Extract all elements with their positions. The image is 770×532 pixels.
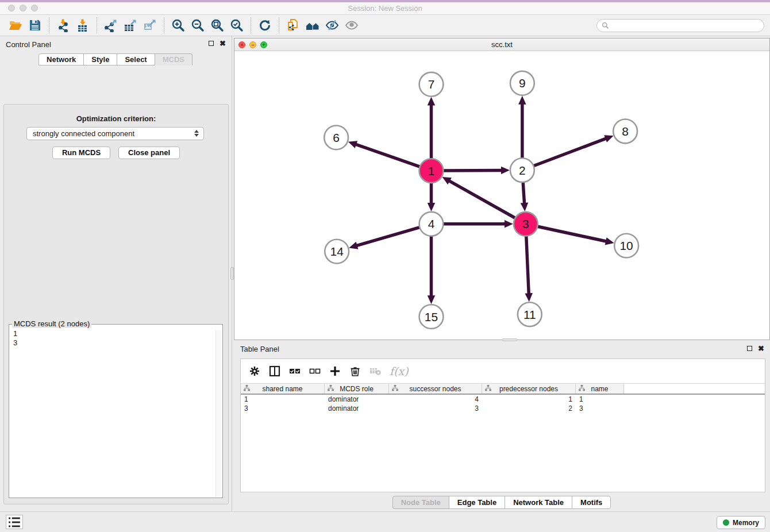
close-table-panel-icon[interactable]: ✖ (758, 345, 764, 352)
column-label: MCDS role (340, 385, 374, 393)
table-panel-title: Table Panel (240, 345, 279, 353)
table-cell[interactable]: dominator (325, 395, 389, 404)
table-cell[interactable]: 1 (482, 395, 576, 404)
node-label-11: 11 (523, 308, 536, 321)
mcds-result-values: 1 3 (9, 325, 222, 348)
node-label-7: 7 (428, 78, 435, 91)
export-table-icon[interactable] (121, 17, 140, 34)
task-history-button[interactable] (6, 515, 23, 529)
table-row[interactable]: 3dominator323 (241, 404, 765, 413)
graph-canvas[interactable]: 7968124314101511 (234, 51, 769, 340)
edge-3-11[interactable] (526, 235, 529, 295)
export-image-icon[interactable] (140, 17, 160, 34)
table-cell[interactable]: 2 (482, 404, 576, 413)
search-field[interactable] (596, 19, 764, 32)
tab-motifs[interactable]: Motifs (572, 496, 611, 509)
open-session-icon[interactable] (6, 17, 25, 34)
home-icon[interactable] (303, 17, 322, 34)
arrowhead-3-10 (605, 237, 614, 245)
deselect-all-icon[interactable] (307, 363, 323, 379)
table-cell[interactable]: dominator (325, 404, 389, 413)
node-label-3: 3 (522, 217, 529, 230)
titlebar-accent-strip (0, 0, 770, 2)
zoom-selected-icon[interactable] (227, 17, 247, 34)
toolbar-separator (279, 17, 279, 33)
search-input[interactable] (612, 21, 759, 29)
arrowhead-2-3 (521, 203, 529, 211)
node-label-15: 15 (425, 310, 438, 323)
result-scrollbar[interactable] (215, 330, 222, 497)
table-cell[interactable]: 3 (389, 404, 482, 413)
edge-2-3[interactable] (523, 181, 525, 205)
column-header-MCDS-role[interactable]: MCDS role (325, 384, 389, 394)
edge-3-10[interactable] (536, 226, 607, 242)
export-network-icon[interactable] (101, 17, 121, 34)
zoom-out-icon[interactable] (188, 17, 207, 34)
split-panel-icon[interactable] (267, 363, 283, 379)
status-bar: Memory (0, 511, 770, 532)
zoom-fit-icon[interactable] (207, 17, 227, 34)
show-details-icon[interactable] (342, 17, 361, 34)
import-table-icon[interactable] (73, 17, 93, 34)
copy-style-icon[interactable] (283, 17, 303, 34)
column-header-name[interactable]: name (576, 384, 624, 394)
arrowhead-1-6 (348, 141, 357, 148)
toolbar-separator (164, 17, 164, 33)
table-cell[interactable]: 1 (576, 395, 624, 404)
edge-1-6[interactable] (355, 144, 421, 167)
edge-2-8[interactable] (533, 138, 607, 166)
select-all-icon[interactable] (287, 363, 303, 379)
tab-select[interactable]: Select (117, 53, 155, 65)
session-title: Session: New Session (0, 4, 770, 13)
hide-details-icon[interactable] (322, 17, 342, 34)
delete-table-icon[interactable] (367, 363, 383, 379)
refresh-layout-icon[interactable] (255, 17, 275, 34)
main-toolbar (0, 15, 770, 36)
close-panel-button[interactable]: Close panel (118, 147, 180, 159)
network-file-title: scc.txt (234, 40, 769, 49)
edge-3-1[interactable] (448, 180, 516, 219)
table-cell[interactable]: 4 (389, 395, 482, 404)
tab-node-table[interactable]: Node Table (392, 496, 449, 509)
save-session-icon[interactable] (25, 17, 45, 34)
delete-column-icon[interactable] (347, 363, 363, 379)
arrowhead-4-15 (428, 295, 436, 304)
tab-edge-table[interactable]: Edge Table (449, 496, 505, 509)
add-column-icon[interactable] (327, 363, 343, 379)
float-table-panel-icon[interactable] (747, 346, 752, 351)
tab-style[interactable]: Style (83, 53, 117, 65)
column-header-successor-nodes[interactable]: successor nodes (389, 384, 482, 394)
table-cell[interactable]: 3 (576, 404, 624, 413)
search-icon (602, 22, 609, 29)
dropdown-stepper-icon (194, 130, 199, 137)
arrowhead-4-14 (349, 242, 358, 249)
edge-1-2[interactable] (442, 170, 503, 171)
column-label: predecessor nodes (499, 385, 558, 393)
run-mcds-button[interactable]: Run MCDS (52, 147, 110, 159)
memory-button[interactable]: Memory (717, 516, 765, 529)
close-panel-icon[interactable]: ✖ (220, 40, 226, 47)
column-header-shared-name[interactable]: shared name (241, 384, 325, 394)
column-header-predecessor-nodes[interactable]: predecessor nodes (482, 384, 576, 394)
node-label-9: 9 (519, 76, 526, 90)
zoom-in-icon[interactable] (168, 17, 188, 34)
import-network-icon[interactable] (53, 17, 73, 34)
table-settings-icon[interactable] (247, 363, 263, 379)
column-label: successor nodes (409, 385, 461, 393)
criterion-dropdown[interactable]: strongly connected component (26, 127, 204, 140)
table-cell[interactable]: 1 (241, 395, 325, 404)
table-cell[interactable]: 3 (241, 404, 325, 413)
table-row[interactable]: 1dominator411 (241, 395, 765, 404)
mcds-panel: Optimization criterion: strongly connect… (3, 104, 229, 504)
column-label: name (591, 385, 608, 393)
edge-4-14[interactable] (356, 227, 421, 246)
optimization-criterion-label: Optimization criterion: (4, 114, 228, 123)
arrowhead-3-11 (525, 293, 533, 302)
column-label: shared name (262, 385, 302, 393)
tab-network[interactable]: Network (38, 53, 84, 65)
network-window-titlebar[interactable]: × – + scc.txt (234, 38, 769, 51)
tab-network-table[interactable]: Network Table (505, 496, 572, 509)
float-panel-icon[interactable] (209, 41, 214, 46)
node-label-8: 8 (622, 125, 629, 138)
tab-mcds[interactable]: MCDS (155, 53, 192, 65)
